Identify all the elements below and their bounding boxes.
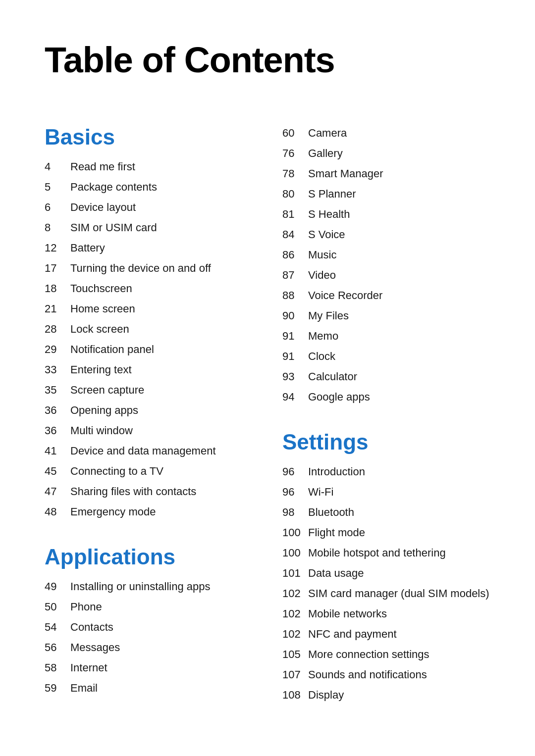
list-item: 50 Phone [45, 599, 253, 615]
page-number: 33 [45, 361, 70, 378]
page-number: 84 [282, 226, 308, 243]
list-item: 56 Messages [45, 639, 253, 655]
page-number: 18 [45, 280, 70, 297]
list-item: 5 Package contents [45, 179, 253, 195]
item-label: Video [308, 267, 336, 283]
item-label: Wi-Fi [308, 484, 333, 500]
list-item: 35 Screen capture [45, 382, 253, 398]
list-item: 12 Battery [45, 240, 253, 256]
page-number: 36 [45, 422, 70, 439]
item-label: Sounds and notifications [308, 666, 427, 683]
item-label: My Files [308, 307, 349, 324]
left-column: Basics 4 Read me first 5 Package content… [45, 120, 253, 721]
item-label: Flight mode [308, 524, 365, 541]
list-item: 54 Contacts [45, 619, 253, 635]
page-number: 107 [282, 666, 308, 683]
list-item: 36 Multi window [45, 422, 253, 439]
item-label: Email [70, 680, 98, 696]
page-number: 45 [45, 463, 70, 479]
right-column: 60 Camera 76 Gallery 78 Smart Manager 80… [282, 120, 490, 728]
item-label: Notification panel [70, 341, 154, 357]
item-label: More connection settings [308, 646, 429, 662]
list-item: 107 Sounds and notifications [282, 666, 490, 683]
page-number: 100 [282, 524, 308, 541]
item-label: Installing or uninstalling apps [70, 578, 211, 595]
basics-list: 4 Read me first 5 Package contents 6 Dev… [45, 158, 253, 520]
page-number: 5 [45, 179, 70, 195]
list-item: 17 Turning the device on and off [45, 260, 253, 276]
page-number: 60 [282, 125, 308, 141]
list-item: 93 Calculator [282, 368, 490, 385]
item-label: Mobile networks [308, 605, 387, 622]
page-number: 91 [282, 348, 308, 364]
page-number: 59 [45, 680, 70, 696]
item-label: Bluetooth [308, 504, 354, 520]
item-label: Device and data management [70, 443, 216, 459]
item-label: Device layout [70, 199, 136, 215]
list-item: 98 Bluetooth [282, 504, 490, 520]
item-label: Screen capture [70, 382, 144, 398]
page-number: 36 [45, 402, 70, 418]
page-number: 90 [282, 307, 308, 324]
item-label: Phone [70, 599, 102, 615]
page-number: 76 [282, 145, 308, 161]
settings-list: 96 Introduction 96 Wi-Fi 98 Bluetooth 10… [282, 463, 490, 703]
list-item: 58 Internet [45, 659, 253, 676]
page-number: 94 [282, 389, 308, 405]
item-label: Google apps [308, 389, 370, 405]
list-item: 29 Notification panel [45, 341, 253, 357]
item-label: Read me first [70, 158, 135, 175]
page-number: 29 [45, 341, 70, 357]
list-item: 94 Google apps [282, 389, 490, 405]
item-label: Messages [70, 639, 120, 655]
item-label: Battery [70, 240, 105, 256]
item-label: Turning the device on and off [70, 260, 211, 276]
page-number: 48 [45, 504, 70, 520]
list-item: 91 Clock [282, 348, 490, 364]
list-item: 8 SIM or USIM card [45, 219, 253, 236]
page-number: 80 [282, 186, 308, 202]
list-item: 78 Smart Manager [282, 165, 490, 182]
page-number: 54 [45, 619, 70, 635]
item-label: S Voice [308, 226, 345, 243]
list-item: 91 Memo [282, 328, 490, 344]
item-label: Camera [308, 125, 347, 141]
page-number: 50 [45, 599, 70, 615]
page-number: 41 [45, 443, 70, 459]
page-number: 21 [45, 301, 70, 317]
list-item: 87 Video [282, 267, 490, 283]
item-label: Contacts [70, 619, 113, 635]
list-item: 47 Sharing files with contacts [45, 483, 253, 500]
list-item: 49 Installing or uninstalling apps [45, 578, 253, 595]
section-heading-applications: Applications [45, 545, 253, 569]
list-item: 45 Connecting to a TV [45, 463, 253, 479]
list-item: 18 Touchscreen [45, 280, 253, 297]
page-number: 98 [282, 504, 308, 520]
list-item: 4 Read me first [45, 158, 253, 175]
item-label: Calculator [308, 368, 357, 385]
page-number: 87 [282, 267, 308, 283]
page-number: 8 [45, 219, 70, 236]
list-item: 90 My Files [282, 307, 490, 324]
page-number: 96 [282, 463, 308, 480]
item-label: Multi window [70, 422, 133, 439]
page-number: 93 [282, 368, 308, 385]
content-layout: Basics 4 Read me first 5 Package content… [45, 120, 490, 728]
list-item: 80 S Planner [282, 186, 490, 202]
page-number: 108 [282, 687, 308, 703]
page-number: 88 [282, 287, 308, 303]
list-item: 41 Device and data management [45, 443, 253, 459]
page-number: 78 [282, 165, 308, 182]
section-heading-settings: Settings [282, 430, 490, 454]
item-label: Sharing files with contacts [70, 483, 196, 500]
applications-list: 49 Installing or uninstalling apps 50 Ph… [45, 578, 253, 696]
item-label: Display [308, 687, 344, 703]
item-label: Voice Recorder [308, 287, 382, 303]
list-item: 76 Gallery [282, 145, 490, 161]
list-item: 36 Opening apps [45, 402, 253, 418]
item-label: Opening apps [70, 402, 138, 418]
list-item: 88 Voice Recorder [282, 287, 490, 303]
item-label: Gallery [308, 145, 343, 161]
list-item: 48 Emergency mode [45, 504, 253, 520]
item-label: Lock screen [70, 321, 129, 337]
